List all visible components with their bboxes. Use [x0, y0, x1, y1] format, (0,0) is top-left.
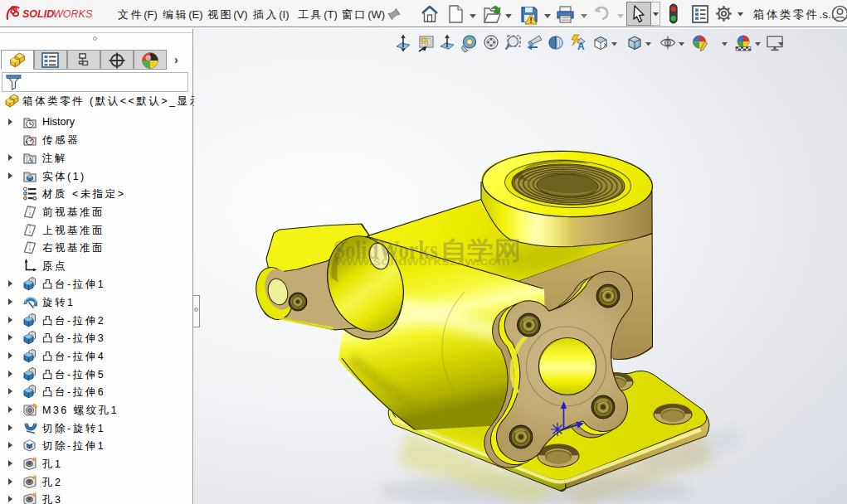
svg-text:WORKS: WORKS [53, 8, 93, 20]
svg-text:www.solidworkszxw.com: www.solidworkszxw.com [334, 254, 510, 268]
svg-text:SOLID: SOLID [22, 8, 54, 20]
